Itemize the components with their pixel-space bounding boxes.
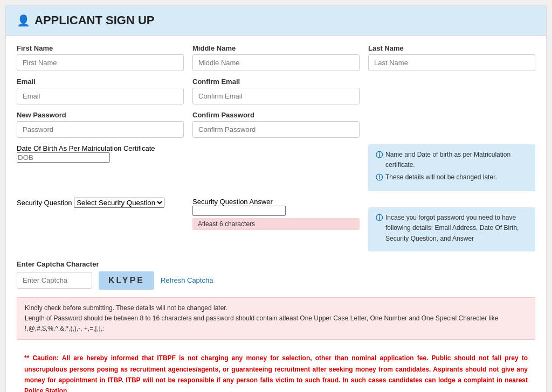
last-name-col: Last Name xyxy=(368,44,535,71)
password-row: New Password Confirm Password xyxy=(17,111,535,138)
first-name-col: First Name xyxy=(17,44,184,71)
refresh-captcha-link[interactable]: Refresh Captcha xyxy=(161,276,213,284)
dob-label: Date Of Birth As Per Matriculation Certi… xyxy=(17,144,155,152)
captcha-display: KLYPE xyxy=(99,271,154,290)
captcha-input[interactable] xyxy=(17,272,92,289)
email-label: Email xyxy=(17,78,184,86)
middle-name-input[interactable] xyxy=(192,54,360,71)
captcha-label: Enter Captcha Character xyxy=(17,260,535,268)
new-password-label: New Password xyxy=(17,111,184,119)
email-row: Email Confirm Email xyxy=(17,78,535,104)
security-question-label: Security Question xyxy=(17,199,72,207)
email-spacer xyxy=(368,78,535,104)
dob-col: Date Of Birth As Per Matriculation Certi… xyxy=(17,144,184,163)
security-answer-error: Atleast 6 characters xyxy=(192,218,360,230)
dob-info-box: ⓘ Name and Date of birth as per Matricul… xyxy=(368,144,535,191)
captcha-section: Enter Captcha Character KLYPE Refresh Ca… xyxy=(17,260,535,290)
security-answer-input[interactable] xyxy=(192,206,286,216)
confirm-email-label: Confirm Email xyxy=(192,78,360,86)
middle-name-label: Middle Name xyxy=(192,44,360,52)
info-text-2: These details will not be changed later. xyxy=(385,172,497,183)
last-name-label: Last Name xyxy=(368,44,535,52)
security-answer-col: Security Question Answer Atleast 6 chara… xyxy=(192,198,360,230)
middle-name-col: Middle Name xyxy=(192,44,360,71)
password-spacer xyxy=(368,111,535,138)
confirm-password-input[interactable] xyxy=(192,121,360,138)
page-container: 👤 APPLICANT SIGN UP First Name Middle Na… xyxy=(5,5,547,392)
email-input[interactable] xyxy=(17,88,184,104)
security-question-col: Security Question Select Security Questi… xyxy=(17,198,184,208)
security-answer-label: Security Question Answer xyxy=(192,198,273,206)
warning-text-1: Kindly check before submitting. These de… xyxy=(25,304,227,312)
new-password-input[interactable] xyxy=(17,121,184,138)
last-name-input[interactable] xyxy=(368,54,535,71)
first-name-input[interactable] xyxy=(17,54,184,71)
info-icon-3: ⓘ xyxy=(376,213,383,224)
info-icon-1: ⓘ xyxy=(376,150,383,161)
security-info-box: ⓘ Incase you forgot password you need to… xyxy=(368,198,535,251)
caution-text: ** Caution: All are hereby informed that… xyxy=(24,354,528,392)
confirm-password-label: Confirm Password xyxy=(192,111,360,119)
new-password-col: New Password xyxy=(17,111,184,138)
info-icon-2: ⓘ xyxy=(376,172,383,184)
warning-text-2: Length of Password should be between 8 t… xyxy=(25,314,499,332)
confirm-email-input[interactable] xyxy=(192,88,360,104)
email-col: Email xyxy=(17,78,184,104)
info-text-1: Name and Date of birth as per Matriculat… xyxy=(385,150,528,170)
warning-box: Kindly check before submitting. These de… xyxy=(17,297,535,340)
form-header: 👤 APPLICANT SIGN UP xyxy=(6,6,546,36)
info-text-3: Incase you forgot password you need to h… xyxy=(385,213,528,244)
confirm-email-col: Confirm Email xyxy=(192,78,360,104)
captcha-row: KLYPE Refresh Captcha xyxy=(17,271,535,290)
name-row: First Name Middle Name Last Name xyxy=(17,44,535,71)
dob-input[interactable] xyxy=(17,152,110,163)
security-question-select[interactable]: Select Security Question xyxy=(74,198,164,208)
first-name-label: First Name xyxy=(17,44,184,52)
user-icon: 👤 xyxy=(17,14,30,27)
security-row: Security Question Select Security Questi… xyxy=(17,198,535,251)
page-title: APPLICANT SIGN UP xyxy=(34,13,154,27)
confirm-password-col: Confirm Password xyxy=(192,111,360,138)
caution-box: ** Caution: All are hereby informed that… xyxy=(17,347,535,392)
dob-row: Date Of Birth As Per Matriculation Certi… xyxy=(17,144,535,191)
form-body: First Name Middle Name Last Name Email C… xyxy=(6,36,546,392)
